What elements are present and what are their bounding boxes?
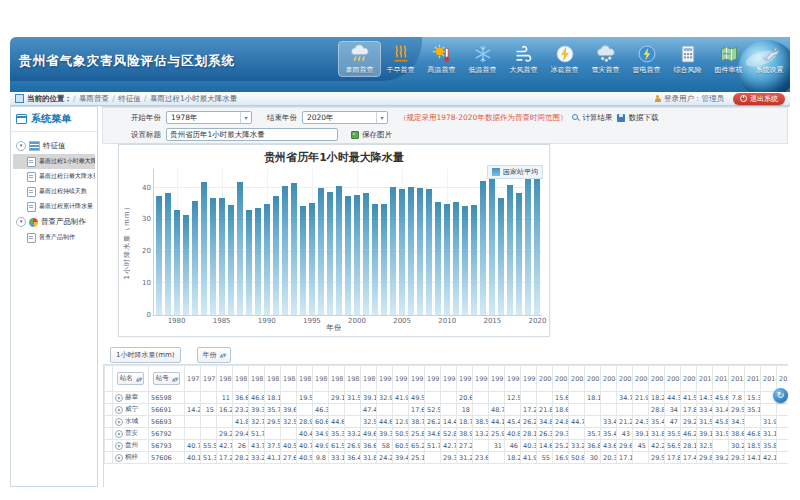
radio-icon[interactable] xyxy=(115,442,123,450)
tree-item[interactable]: 暴雨过程日最大降水量 xyxy=(13,169,95,184)
nav-item-drought-survey[interactable]: 干旱普查 xyxy=(380,42,421,76)
data-download-button[interactable]: 数据下载 xyxy=(617,113,658,123)
radio-icon[interactable] xyxy=(115,454,123,462)
nav-item-cold-survey[interactable]: 低温普查 xyxy=(462,42,503,76)
value-cell: 28.9 xyxy=(297,416,313,428)
nav-item-settings[interactable]: 系统设置 xyxy=(749,42,790,76)
chart-bar-1979 xyxy=(165,193,171,315)
breadcrumb-item[interactable]: 暴雨过程1小时最大降水量 xyxy=(150,94,237,103)
year-column-header[interactable]: 2007 xyxy=(649,366,665,392)
value-cell xyxy=(185,392,201,404)
y-axis-label: 1小时降水量（mm） xyxy=(122,176,132,306)
year-column-header[interactable]: 1980 xyxy=(217,366,233,392)
sort-icons[interactable]: ▲▼ xyxy=(220,352,226,358)
breadcrumb-item[interactable]: 暴雨普查 xyxy=(79,94,109,103)
year-column-header[interactable]: 1986 xyxy=(313,366,329,392)
value-cell: 16.2 xyxy=(217,404,233,416)
tree-item[interactable]: 暴雨过程累计降水量 xyxy=(13,199,95,214)
year-column-header[interactable]: 1996 xyxy=(473,366,489,392)
value-cell: 31 xyxy=(489,440,505,452)
nav-item-snow-survey[interactable]: 雪灾普查 xyxy=(585,42,626,76)
value-cell xyxy=(777,404,789,416)
logout-button[interactable]: 退出系统 xyxy=(733,93,785,105)
value-cell: 43.6 xyxy=(601,440,617,452)
year-column-header[interactable]: 2008 xyxy=(665,366,681,392)
year-column-header[interactable]: 1993 xyxy=(425,366,441,392)
year-column-header[interactable]: 2004 xyxy=(601,366,617,392)
year-column-header[interactable]: 1991 xyxy=(393,366,409,392)
value-cell: 11 xyxy=(217,392,233,404)
nav-item-map-review[interactable]: 图件审核 xyxy=(708,42,749,76)
radio-icon[interactable] xyxy=(115,418,123,426)
year-column-header[interactable]: 2002 xyxy=(569,366,585,392)
year-column-header[interactable]: 1987 xyxy=(329,366,345,392)
year-column-header[interactable]: 2011 xyxy=(713,366,729,392)
sort-icons[interactable]: ▲▼ xyxy=(136,376,142,382)
year-column-header[interactable]: 1997 xyxy=(489,366,505,392)
year-column-header[interactable]: 1995 xyxy=(457,366,473,392)
nav-item-rain-survey[interactable]: 暴雨普查 xyxy=(339,42,380,76)
tree-group[interactable]: ▾普查产品制作 xyxy=(13,214,95,230)
year-column-header[interactable]: 2014 xyxy=(761,366,777,392)
year-column-header[interactable]: 2010 xyxy=(697,366,713,392)
nav-item-heat-survey[interactable]: 高温普查 xyxy=(421,42,462,76)
tree-item[interactable]: 暴雨过程持续天数 xyxy=(13,184,95,199)
year-column-header[interactable]: 2001 xyxy=(553,366,569,392)
radio-icon[interactable] xyxy=(115,394,123,402)
year-column-header[interactable]: 2006 xyxy=(633,366,649,392)
year-column-header[interactable]: 1985 xyxy=(297,366,313,392)
chart-title-input[interactable] xyxy=(166,128,338,141)
value-cell: 31.1 xyxy=(761,428,777,440)
calc-result-label: 计算结果 xyxy=(582,113,612,123)
radio-icon[interactable] xyxy=(115,430,123,438)
nav-item-hail-survey[interactable]: 冰雹普查 xyxy=(544,42,585,76)
year-column-header[interactable]: 1998 xyxy=(505,366,521,392)
nav-item-lightning-survey[interactable]: 雷电普查 xyxy=(626,42,667,76)
year-column-header[interactable]: 2003 xyxy=(585,366,601,392)
tree-item[interactable]: 暴雨过程1小时最大降水量 xyxy=(13,154,95,169)
year-column-header[interactable]: 1978 xyxy=(185,366,201,392)
breadcrumb: / 暴雨普查 / 特征值 / 暴雨过程1小时最大降水量 xyxy=(72,94,237,104)
calc-result-button[interactable]: 计算结果 xyxy=(572,113,612,123)
value-field-box[interactable]: 1小时降水量(mm) xyxy=(110,347,181,363)
station-name-sort[interactable]: 站名▲▼ xyxy=(117,372,145,385)
value-cell xyxy=(473,404,489,416)
value-cell: 33.2 xyxy=(569,440,585,452)
year-column-header[interactable]: 2012 xyxy=(729,366,745,392)
value-cell: 18.1 xyxy=(265,392,281,404)
year-column-header[interactable]: 1999 xyxy=(521,366,537,392)
collapse-icon[interactable]: ▾ xyxy=(16,217,26,227)
year-column-header[interactable]: 1994 xyxy=(441,366,457,392)
year-column-header[interactable]: 1989 xyxy=(361,366,377,392)
nav-item-wind-survey[interactable]: 大风普查 xyxy=(503,42,544,76)
year-column-header[interactable]: 1984 xyxy=(281,366,297,392)
year-column-header[interactable]: 2013 xyxy=(745,366,761,392)
x-tick-label: 1980 xyxy=(168,317,186,325)
year-column-header[interactable]: 1982 xyxy=(249,366,265,392)
year-column-header[interactable]: 1983 xyxy=(265,366,281,392)
save-image-button[interactable]: 保存图片 xyxy=(351,130,392,140)
year-column-header[interactable]: 2005 xyxy=(617,366,633,392)
start-year-select[interactable]: 1978年 ▾ xyxy=(166,111,252,124)
year-column-header[interactable]: 1992 xyxy=(409,366,425,392)
floating-widget-button[interactable]: ↻ xyxy=(773,388,788,403)
tree-item[interactable]: 普查产品制作 xyxy=(13,230,95,245)
sort-icons[interactable]: ▲▼ xyxy=(172,376,178,382)
year-column-header[interactable]: 1981 xyxy=(233,366,249,392)
station-id-sort[interactable]: 站号▲▼ xyxy=(153,372,181,385)
chart-bar-2005 xyxy=(399,189,405,315)
query-toolbar: 开始年份 1978年 ▾ 结束年份 2020年 ▾ （规定采用1978-2020… xyxy=(102,107,788,144)
end-year-select[interactable]: 2020年 ▾ xyxy=(302,111,388,124)
year-column-header[interactable]: 1979 xyxy=(201,366,217,392)
year-column-header[interactable]: 2000 xyxy=(537,366,553,392)
column-field-box[interactable]: 年份 ▲▼ xyxy=(197,347,232,363)
year-column-header[interactable]: 1988 xyxy=(345,366,361,392)
year-column-header[interactable]: 2009 xyxy=(681,366,697,392)
value-cell: 17.4 xyxy=(681,452,697,464)
collapse-icon[interactable]: ▾ xyxy=(16,141,26,151)
year-column-header[interactable]: 1990 xyxy=(377,366,393,392)
radio-icon[interactable] xyxy=(115,406,123,414)
breadcrumb-item[interactable]: 特征值 xyxy=(118,94,141,103)
tree-group[interactable]: ▾特征值 xyxy=(13,138,95,154)
nav-item-risk[interactable]: 综合风险 xyxy=(667,42,708,76)
